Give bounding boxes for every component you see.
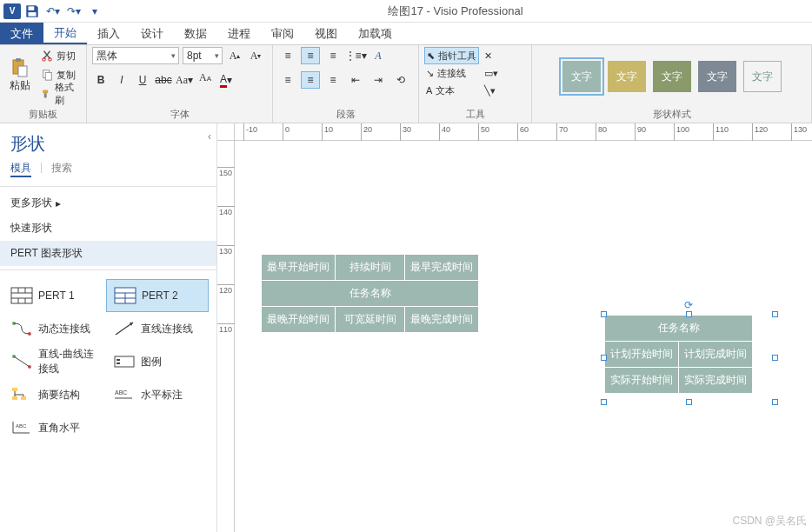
- stencil-right-angle[interactable]: ABC直角水平: [3, 411, 106, 444]
- strikethrough-button[interactable]: abc: [155, 71, 172, 89]
- style-swatch-4[interactable]: 文字: [698, 61, 736, 92]
- bullets-button[interactable]: ⋮≡▾: [346, 47, 365, 64]
- text-tool-button[interactable]: A文本: [424, 82, 479, 99]
- tab-addins[interactable]: 加载项: [348, 23, 403, 44]
- tab-insert[interactable]: 插入: [87, 23, 130, 44]
- stencil-pert2[interactable]: PERT 2: [106, 279, 209, 312]
- align-top-button[interactable]: ≡: [278, 47, 297, 64]
- selection-handle[interactable]: [601, 355, 607, 361]
- svg-rect-4: [18, 66, 27, 76]
- drawing-canvas[interactable]: 最早开始时间持续时间最早完成时间 任务名称 最晚开始时间可宽延时间最晚完成时间 …: [235, 141, 812, 532]
- tab-data[interactable]: 数据: [174, 23, 217, 44]
- underline-button[interactable]: U: [134, 71, 151, 89]
- stencil-line-connector[interactable]: 直线连接线: [106, 312, 209, 345]
- increase-font-icon[interactable]: A▴: [226, 47, 243, 64]
- line-tool-button[interactable]: ╲▾: [483, 82, 500, 99]
- cut-button[interactable]: 剪切: [39, 47, 81, 64]
- title-bar: V ↶▾ ↷▾ ▾ 绘图17 - Visio Professional: [0, 0, 812, 23]
- stencil-level-annotation[interactable]: ABC水平标注: [106, 378, 209, 411]
- text-icon: A: [426, 85, 432, 96]
- tab-review[interactable]: 审阅: [261, 23, 304, 44]
- font-size-button[interactable]: AA: [196, 71, 214, 89]
- quick-shapes-section[interactable]: 快速形状: [0, 216, 216, 241]
- style-swatch-5[interactable]: 文字: [743, 61, 782, 92]
- pointer-tool-button[interactable]: ⬉指针工具: [424, 47, 479, 64]
- svg-rect-1: [29, 12, 37, 17]
- tools-group-label: 工具: [424, 106, 526, 123]
- rectangle-tool-button[interactable]: ▭▾: [483, 64, 500, 82]
- collapse-panel-icon[interactable]: ‹: [208, 130, 211, 143]
- selection-handle[interactable]: [772, 311, 778, 317]
- stencil-line-curve-connector[interactable]: 直线-曲线连接线: [3, 345, 106, 378]
- tab-view[interactable]: 视图: [304, 23, 348, 44]
- qat-customize-icon[interactable]: ▾: [87, 3, 103, 19]
- font-name-select[interactable]: 黑体: [92, 47, 179, 64]
- undo-icon[interactable]: ↶▾: [45, 3, 61, 19]
- increase-indent-button[interactable]: ⇥: [369, 71, 388, 89]
- selection-handle[interactable]: [601, 399, 607, 405]
- tab-design[interactable]: 设计: [130, 23, 174, 44]
- text-direction-button[interactable]: A: [369, 47, 388, 64]
- canvas-shape-pert1[interactable]: 最早开始时间持续时间最早完成时间 任务名称 最晚开始时间可宽延时间最晚完成时间: [261, 254, 479, 333]
- tab-process[interactable]: 进程: [217, 23, 261, 44]
- stencil-grid: PERT 1 PERT 2 动态连接线 直线连接线 直线-曲线连接线 图例 摘要…: [0, 274, 216, 449]
- more-shapes-link[interactable]: 更多形状▸: [0, 190, 216, 216]
- group-font: 黑体 8pt A▴ A▾ B I U abc Aa▾ AA A▾ 字体: [87, 45, 273, 123]
- group-paragraph: ≡ ≡ ≡ ⋮≡▾ A ≡ ≡ ≡ ⇤ ⇥ ⟲ 段落: [273, 45, 419, 123]
- format-painter-button[interactable]: 格式刷: [39, 85, 81, 103]
- font-size-select[interactable]: 8pt: [183, 47, 223, 64]
- svg-rect-30: [116, 359, 120, 361]
- rotate-text-button[interactable]: ⟲: [391, 71, 410, 89]
- paste-button[interactable]: 粘贴: [5, 47, 36, 103]
- bold-button[interactable]: B: [92, 71, 110, 89]
- save-icon[interactable]: [24, 3, 40, 19]
- selection-handle[interactable]: [686, 399, 692, 405]
- font-color-button[interactable]: A▾: [217, 71, 235, 89]
- decrease-indent-button[interactable]: ⇤: [346, 71, 365, 89]
- workspace: ‹ 形状 模具 | 搜索 更多形状▸ 快速形状 PERT 图表形状 PERT 1…: [0, 123, 812, 532]
- paragraph-group-label: 段落: [278, 106, 413, 123]
- svg-rect-8: [45, 72, 51, 80]
- stencil-dynamic-connector[interactable]: 动态连接线: [3, 312, 106, 345]
- shapes-panel-title: 形状: [0, 123, 216, 161]
- svg-rect-31: [116, 362, 120, 364]
- style-swatch-1[interactable]: 文字: [562, 61, 601, 92]
- horizontal-ruler: -10 0 10 20 30 40 50 60 70 80 90 100 110…: [235, 123, 812, 141]
- svg-rect-0: [29, 6, 35, 10]
- align-middle-button[interactable]: ≡: [301, 47, 320, 64]
- tab-home[interactable]: 开始: [43, 23, 87, 44]
- align-center-button[interactable]: ≡: [301, 71, 320, 89]
- clipboard-group-label: 剪贴板: [5, 106, 81, 123]
- shapes-tab-search[interactable]: 搜索: [51, 161, 72, 177]
- svg-rect-9: [43, 90, 48, 94]
- svg-rect-34: [21, 396, 26, 400]
- rotation-handle-icon[interactable]: ⟳: [684, 299, 695, 309]
- stencil-summary-structure[interactable]: 摘要结构: [3, 378, 106, 411]
- tab-file[interactable]: 文件: [0, 23, 43, 44]
- selection-handle[interactable]: [772, 399, 778, 405]
- redo-icon[interactable]: ↷▾: [66, 3, 82, 19]
- group-tools: ⬉指针工具 ↘连接线 A文本 ✕ ▭▾ ╲▾ 工具: [419, 45, 532, 123]
- selection-handle[interactable]: [686, 311, 692, 317]
- ruler-corner: [217, 123, 235, 141]
- paste-label: 粘贴: [10, 78, 30, 93]
- style-swatch-3[interactable]: 文字: [653, 61, 691, 92]
- shapes-tab-stencil[interactable]: 模具: [10, 161, 31, 177]
- decrease-font-icon[interactable]: A▾: [247, 47, 264, 64]
- italic-button[interactable]: I: [113, 71, 130, 89]
- style-swatch-2[interactable]: 文字: [608, 61, 646, 92]
- align-left-button[interactable]: ≡: [278, 71, 297, 89]
- connector-tool-button[interactable]: ↘连接线: [424, 64, 479, 82]
- stencil-legend[interactable]: 图例: [106, 345, 209, 378]
- pert-shapes-section[interactable]: PERT 图表形状: [0, 241, 216, 266]
- cursor-icon: ⬉: [427, 50, 435, 62]
- selection-handle[interactable]: [772, 355, 778, 361]
- canvas-shape-pert2-selected[interactable]: ⟳ 任务名称 计划开始时间计划完成时间 实际开始时间实际完成时间: [604, 315, 775, 402]
- selection-handle[interactable]: [601, 311, 607, 317]
- change-case-button[interactable]: Aa▾: [176, 71, 193, 89]
- fill-tool-button[interactable]: ✕: [483, 47, 500, 64]
- align-right-button[interactable]: ≡: [323, 71, 343, 89]
- stencil-pert1[interactable]: PERT 1: [3, 279, 106, 312]
- group-clipboard: 粘贴 剪切 复制 格式刷 剪贴板: [0, 45, 87, 123]
- align-bottom-button[interactable]: ≡: [323, 47, 343, 64]
